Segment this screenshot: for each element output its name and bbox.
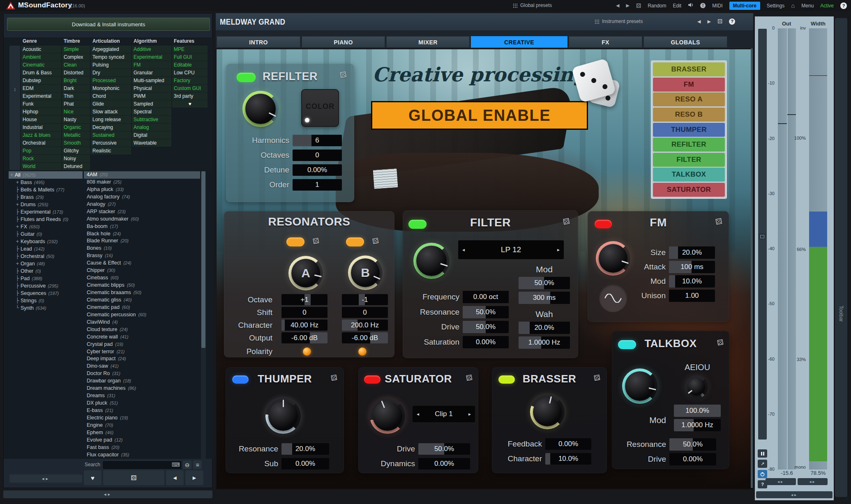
tree-item-sequences[interactable]: ├Sequences(197): [9, 290, 83, 297]
filter-frequency-knob[interactable]: [413, 243, 450, 279]
tree-expander-icon[interactable]: +: [14, 179, 21, 186]
filter-item-jazz-blues[interactable]: Jazz & blues: [21, 131, 61, 139]
scrollbar-thumb[interactable]: [201, 171, 205, 348]
param-value-character[interactable]: 10.0%: [545, 453, 591, 465]
dice-icon[interactable]: ⚄: [717, 18, 722, 25]
tree-expander-icon[interactable]: +: [9, 171, 15, 179]
filter-item-decaying[interactable]: Decaying: [91, 124, 131, 131]
tree-expander-icon[interactable]: +: [14, 260, 21, 267]
filter-item-slow-attack[interactable]: Slow attack: [91, 108, 131, 115]
param-value-filter-wah-1[interactable]: 1.0000 Hz: [519, 336, 570, 349]
preset-item-dream-machines[interactable]: Dream machines(86): [84, 385, 200, 392]
tab-mixer[interactable]: MIXER: [386, 36, 470, 48]
instrument-presets-button[interactable]: Instrument presets: [595, 18, 643, 24]
param-value-resonance[interactable]: 20.0%: [281, 443, 329, 455]
param-value-frequency[interactable]: 0.00 oct: [463, 291, 509, 303]
filter-item-ambient[interactable]: Ambient: [21, 53, 61, 61]
clear-filters-button[interactable]: ⊖: [183, 460, 191, 469]
filter-item-acoustic[interactable]: Acoustic: [21, 46, 61, 53]
preset-item-cyber-terror[interactable]: Cyber terror(21): [84, 348, 200, 356]
filter-item-cinematic[interactable]: Cinematic: [21, 61, 61, 69]
filter-item-funk[interactable]: Funk: [21, 100, 61, 108]
list-menu-button[interactable]: ≡: [193, 460, 202, 469]
toolbar-panel[interactable]: Toolbar: [835, 18, 847, 497]
filter-item-phat[interactable]: Phat: [62, 100, 90, 108]
filter-item-subtractive[interactable]: Subtractive: [132, 116, 171, 123]
module-list-item-brasser[interactable]: BRASSER: [653, 62, 725, 76]
preset-item-cinematic-percussion[interactable]: Cinematic percussion(60): [84, 311, 200, 319]
thumper-amount-knob[interactable]: [265, 398, 301, 434]
filter-item-chord[interactable]: Chord: [91, 92, 131, 100]
randomize-icon[interactable]: ⚄: [312, 236, 320, 246]
param-value-octave-a[interactable]: +1: [281, 294, 327, 305]
pad-cursor[interactable]: [305, 118, 309, 122]
filter-item-mpe[interactable]: MPE: [172, 46, 208, 53]
filter-item-long-release[interactable]: Long release: [91, 116, 131, 123]
tree-item-orchestral[interactable]: ├Orchestral(50): [9, 253, 83, 260]
preset-item-analogy[interactable]: Analogy(27): [84, 201, 200, 208]
preset-item-engine[interactable]: Engine(70): [84, 422, 200, 429]
tree-item-experimental[interactable]: ├Experimental(173): [9, 208, 83, 216]
active-button[interactable]: Active: [820, 3, 834, 9]
filter-item-editable[interactable]: Editable: [172, 61, 208, 69]
param-value-dynamics[interactable]: 0.00%: [418, 458, 470, 469]
preset-item-evolve-pad[interactable]: Evolve pad(12): [84, 437, 200, 444]
prev-preset-button[interactable]: ◀: [616, 3, 619, 8]
param-value-size[interactable]: 20.0%: [669, 246, 715, 259]
filter-item-house[interactable]: House: [21, 116, 61, 123]
preset-item-drawbar-organ[interactable]: Drawbar organ(18): [84, 377, 200, 385]
pause-meters-button[interactable]: [758, 449, 767, 458]
talkbox-main-knob[interactable]: [622, 368, 657, 404]
filter-type-dropdown[interactable]: ◂ LP 12 ▸: [458, 240, 564, 259]
param-value-talkbox-mod-1[interactable]: 1.0000 Hz: [674, 419, 721, 431]
preset-item-analog-factory[interactable]: Analog factory(74): [84, 193, 200, 201]
filter-item-orchestral[interactable]: Orchestral: [21, 139, 61, 147]
preset-item-cinematic-gliss[interactable]: Cinematic gliss(40): [84, 297, 200, 304]
filter-item-analog[interactable]: Analog: [132, 124, 171, 131]
module-list-item-talkbox[interactable]: TALKBOX: [653, 168, 725, 182]
module-list-item-refilter[interactable]: REFILTER: [653, 138, 725, 152]
filter-item-glide[interactable]: Glide: [91, 100, 131, 108]
prev-instrument-preset-button[interactable]: ◀: [697, 19, 701, 24]
download-install-button[interactable]: Download & Install instruments: [7, 18, 210, 31]
preset-item-cinematic-pad[interactable]: Cinematic pad(60): [84, 304, 200, 311]
preset-item-4am[interactable]: 4AM(20): [84, 171, 200, 179]
preset-item-ba-boom[interactable]: Ba-boom(17): [84, 223, 200, 230]
tree-item-percussive[interactable]: ├Percussive(295): [9, 282, 83, 290]
preset-item-deep-impact[interactable]: Deep impact(24): [84, 355, 200, 363]
filter-item-distorted[interactable]: Distorted: [62, 69, 90, 76]
filter-item-tempo-synced[interactable]: Tempo synced: [91, 53, 131, 61]
filter-item-noisy[interactable]: Noisy: [62, 155, 90, 162]
filter-item-monophonic[interactable]: Monophonic: [91, 85, 131, 92]
tree-expander-icon[interactable]: +: [14, 201, 21, 208]
param-value-output-a[interactable]: -6.00 dB: [281, 332, 327, 343]
param-value-character-a[interactable]: 40.00 Hz: [281, 320, 327, 331]
tree-item-pad[interactable]: ├Pad(388): [9, 275, 83, 282]
preset-item-claviwind[interactable]: ClaviWind(4): [84, 319, 200, 326]
keyboard-icon[interactable]: ⌨: [172, 461, 180, 468]
param-value-sub[interactable]: 0.00%: [281, 458, 329, 469]
preset-item-arp-stacker[interactable]: ARP stacker(23): [84, 208, 200, 216]
preset-item-cinematic-braaams[interactable]: Cinematic braaams(50): [84, 289, 200, 297]
favorite-button[interactable]: ♥: [84, 470, 101, 485]
module-list-item-fm[interactable]: FM: [653, 78, 725, 92]
help-icon[interactable]: ?: [729, 18, 735, 25]
preset-item-chipper[interactable]: Chipper(30): [84, 267, 200, 274]
tree-item-bass[interactable]: +Bass(495): [9, 179, 83, 186]
preset-item-electric-piano[interactable]: Electric piano(19): [84, 414, 200, 422]
tree-expander-icon[interactable]: +: [14, 223, 21, 230]
param-value-shift-b[interactable]: 0: [342, 307, 388, 318]
param-value-saturation[interactable]: 0.00%: [463, 336, 509, 348]
param-value-filter-mod-1[interactable]: 300 ms: [519, 292, 570, 304]
next-icon[interactable]: ▸: [557, 247, 560, 253]
filter-item-factory[interactable]: Factory: [172, 77, 208, 84]
preset-item-blade-runner[interactable]: Blade Runner(20): [84, 237, 200, 245]
filter-item-wavetable[interactable]: Wavetable: [132, 139, 171, 147]
saturator-drive-knob[interactable]: [370, 398, 405, 434]
preset-item-cloud-texture[interactable]: Cloud texture(24): [84, 326, 200, 334]
meter-resize-handle[interactable]: ◂▸: [766, 478, 796, 485]
param-value-mod[interactable]: 10.0%: [669, 275, 715, 288]
color-xy-pad[interactable]: COLOR: [301, 89, 339, 127]
filter-item-sustained[interactable]: Sustained: [91, 131, 131, 139]
filter-item-glitchy[interactable]: Glitchy: [62, 147, 90, 154]
